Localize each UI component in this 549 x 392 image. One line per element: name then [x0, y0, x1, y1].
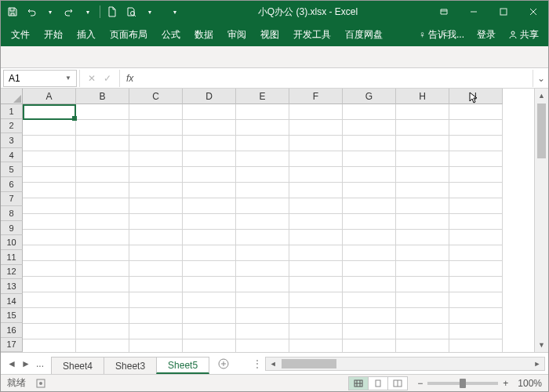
cell[interactable]: [23, 136, 76, 151]
new-sheet-button[interactable]: [213, 355, 234, 372]
cell[interactable]: [289, 198, 343, 214]
macro-record-icon[interactable]: [35, 378, 46, 389]
zoom-out-button[interactable]: −: [417, 378, 423, 389]
cell[interactable]: [343, 198, 396, 214]
cell[interactable]: [23, 198, 76, 214]
cell[interactable]: [23, 292, 76, 308]
cell[interactable]: [76, 167, 129, 183]
cell[interactable]: [396, 214, 449, 230]
cell[interactable]: [76, 198, 129, 214]
cell[interactable]: [289, 277, 343, 292]
cell[interactable]: [343, 245, 396, 261]
cell[interactable]: [76, 277, 129, 292]
sheet-tab[interactable]: Sheet5: [156, 357, 209, 374]
tab-data[interactable]: 数据: [187, 23, 220, 46]
cell[interactable]: [343, 167, 396, 183]
cell[interactable]: [76, 183, 129, 198]
hscroll-thumb[interactable]: [282, 359, 336, 368]
cell[interactable]: [289, 214, 343, 230]
tell-me-button[interactable]: ♀告诉我...: [413, 23, 471, 46]
cell[interactable]: [396, 292, 449, 308]
cell[interactable]: [23, 183, 76, 198]
cell[interactable]: [183, 261, 236, 277]
cell[interactable]: [236, 324, 289, 339]
enter-icon[interactable]: ✓: [104, 73, 111, 84]
cell[interactable]: [343, 308, 396, 324]
cell[interactable]: [76, 104, 129, 120]
cell[interactable]: [129, 183, 183, 198]
cell[interactable]: [76, 230, 129, 245]
fx-label[interactable]: fx: [120, 73, 140, 84]
row-header[interactable]: 5: [1, 162, 23, 177]
select-all-corner[interactable]: [1, 89, 23, 104]
cell[interactable]: [129, 167, 183, 183]
cell[interactable]: [76, 136, 129, 151]
scroll-up-icon[interactable]: ▲: [535, 89, 548, 103]
cell[interactable]: [183, 245, 236, 261]
cell[interactable]: [343, 277, 396, 292]
row-header[interactable]: 11: [1, 250, 23, 265]
cell[interactable]: [183, 324, 236, 339]
cell[interactable]: [236, 120, 289, 136]
row-header[interactable]: 9: [1, 221, 23, 236]
row-header[interactable]: 15: [1, 308, 23, 323]
cell[interactable]: [449, 151, 503, 167]
formula-expand-icon[interactable]: ⌄: [533, 70, 548, 87]
column-header[interactable]: A: [23, 89, 76, 104]
cell[interactable]: [129, 136, 183, 151]
cell[interactable]: [76, 261, 129, 277]
cell[interactable]: [343, 261, 396, 277]
cell[interactable]: [289, 151, 343, 167]
cell[interactable]: [289, 324, 343, 339]
cell[interactable]: [23, 230, 76, 245]
cell[interactable]: [76, 120, 129, 136]
cell[interactable]: [289, 120, 343, 136]
sheet-tab[interactable]: Sheet4: [51, 357, 104, 374]
cell[interactable]: [396, 339, 449, 352]
tab-developer[interactable]: 开发工具: [286, 23, 338, 46]
cell[interactable]: [236, 261, 289, 277]
cell[interactable]: [449, 324, 503, 339]
new-file-icon[interactable]: [105, 5, 119, 19]
ribbon-options-icon[interactable]: [429, 1, 459, 23]
cell[interactable]: [343, 214, 396, 230]
cell[interactable]: [76, 339, 129, 352]
cell[interactable]: [396, 136, 449, 151]
cell[interactable]: [449, 120, 503, 136]
cell[interactable]: [183, 198, 236, 214]
cell[interactable]: [449, 198, 503, 214]
cell[interactable]: [23, 324, 76, 339]
view-page-layout-button[interactable]: [368, 376, 388, 390]
cell[interactable]: [129, 214, 183, 230]
cell[interactable]: [129, 198, 183, 214]
view-page-break-button[interactable]: [387, 376, 408, 390]
vertical-scrollbar[interactable]: ▲ ▼: [534, 89, 548, 352]
cell[interactable]: [76, 324, 129, 339]
undo-icon[interactable]: [24, 5, 38, 19]
cell[interactable]: [129, 151, 183, 167]
view-normal-button[interactable]: [348, 376, 369, 390]
sheet-tab[interactable]: Sheet3: [104, 357, 157, 374]
cell[interactable]: [449, 183, 503, 198]
row-header[interactable]: 13: [1, 279, 23, 294]
cell[interactable]: [343, 136, 396, 151]
close-button[interactable]: [518, 1, 548, 23]
cell[interactable]: [236, 308, 289, 324]
cell[interactable]: [23, 308, 76, 324]
row-header[interactable]: 17: [1, 338, 23, 353]
login-button[interactable]: 登录: [471, 23, 502, 46]
cells-area[interactable]: [23, 104, 503, 352]
zoom-level[interactable]: 100%: [518, 378, 542, 389]
cell[interactable]: [289, 339, 343, 352]
column-header[interactable]: C: [129, 89, 183, 104]
cell[interactable]: [23, 245, 76, 261]
cell[interactable]: [343, 339, 396, 352]
cell[interactable]: [343, 104, 396, 120]
minimize-button[interactable]: [459, 1, 489, 23]
cell[interactable]: [76, 151, 129, 167]
name-box[interactable]: A1 ▼: [3, 70, 77, 87]
cell[interactable]: [289, 167, 343, 183]
cell[interactable]: [396, 245, 449, 261]
cell[interactable]: [129, 292, 183, 308]
cell[interactable]: [236, 183, 289, 198]
